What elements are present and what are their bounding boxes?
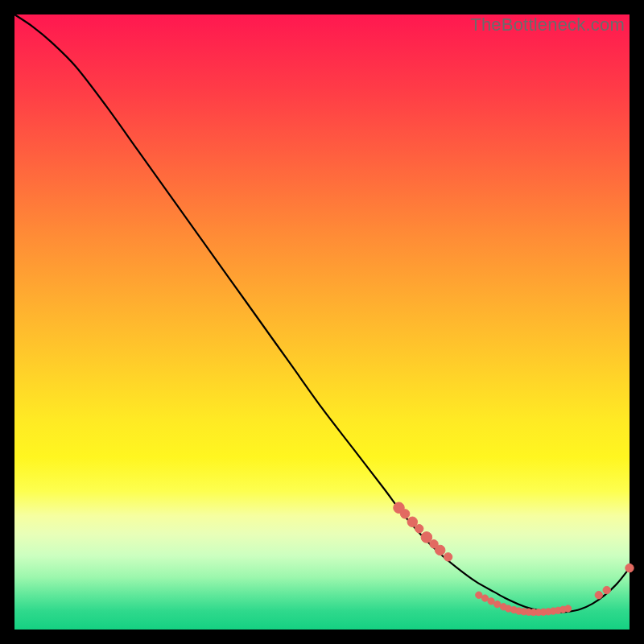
curve-marker [407,517,417,526]
curve-marker [476,592,482,598]
curve-marker [488,598,494,605]
curve-markers [394,502,634,616]
curve-marker [444,553,452,561]
curve-marker [415,525,423,533]
bottleneck-chart [14,14,630,630]
curve-marker [564,605,571,612]
curve-marker [625,564,634,572]
curve-marker [435,545,444,555]
curve-marker [481,595,488,601]
curve-marker [400,510,409,518]
curve-marker [421,532,432,543]
curve-marker [603,586,610,593]
curve-marker [494,601,501,608]
curve-marker [595,592,602,599]
bottleneck-curve [14,14,630,613]
chart-frame: TheBottleneck.com [14,14,630,630]
